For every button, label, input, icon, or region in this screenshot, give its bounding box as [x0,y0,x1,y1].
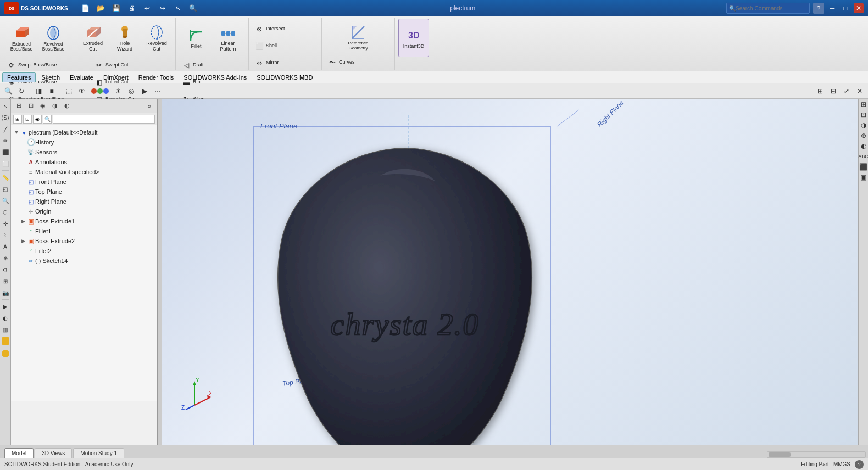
close-button[interactable]: ✕ [854,3,864,13]
measure-icon[interactable]: 📏 [1,172,10,182]
select-cmd-icon[interactable]: ↖ [1,101,10,111]
tab-model[interactable]: Model [4,448,34,458]
revolved-boss-button[interactable]: Revolved Boss/Base [38,19,69,57]
undo-button[interactable]: ↩ [141,2,153,14]
tool2-icon[interactable]: ! [1,336,10,346]
curves-button[interactable]: 〜 Curves [325,54,391,71]
tree-tab-appear[interactable]: ◐ [62,100,73,111]
search-cmd-icon[interactable]: 🔍 [1,195,10,205]
tree-item-origin[interactable]: ▶ ✛ Origin [11,206,157,216]
gear-icon[interactable]: ⚙ [1,265,10,275]
sketch-icon[interactable]: ✏ [1,136,10,146]
camera-icon[interactable]: 📷 [1,288,10,298]
instant3d-button[interactable]: 3D Instant3D [398,19,429,57]
redo-button[interactable]: ↪ [157,2,169,14]
open-button[interactable]: 📂 [95,2,107,14]
menu-features[interactable]: Features [2,72,36,82]
view-zoom-button[interactable]: 🔍 [2,85,14,97]
save-button[interactable]: 💾 [110,2,123,14]
tree-item-boss-extrude1[interactable]: ▶ ▣ Boss-Extrude1 [11,216,157,226]
mirror-button[interactable]: ⇔ Mirror [252,55,318,71]
linear-pattern-button[interactable]: Linear Pattern [213,19,243,57]
history-expander[interactable]: ▶ [20,139,26,145]
menu-addins[interactable]: SOLIDWORKS Add-Ins [179,73,251,82]
menu-sketch[interactable]: Sketch [37,73,64,82]
macro-icon[interactable]: ▶ [1,301,10,311]
reference-geometry-button[interactable]: Reference Geometry [343,21,374,53]
zoom-button[interactable]: 🔍 [187,2,199,14]
tree-tab-features[interactable]: ⊞ [13,100,24,111]
root-expander[interactable]: ▼ [13,130,20,135]
display-style-button[interactable]: ■ [46,85,58,97]
panel-left-button[interactable]: ⊞ [814,85,826,97]
section-icon[interactable]: ⬜ [1,159,10,169]
filter-icon[interactable]: ⬡ [1,207,10,217]
tool3-icon[interactable]: ! [1,349,10,359]
swept-cut-button[interactable]: ✂ Swept Cut [92,57,158,74]
tree-item-top-plane[interactable]: ▶ ◱ Top Plane [11,187,157,197]
task-pane-icon[interactable]: ⊞ [1,276,10,286]
section-view-button[interactable]: ◨ [32,85,44,97]
extrude-boss-button[interactable]: Extruded Boss/Base [6,19,37,57]
tree-item-front-plane[interactable]: ▶ ◱ Front Plane [11,177,157,187]
right-icon-1[interactable]: ⊞ [859,100,868,109]
tree-filter-input[interactable] [53,115,155,124]
tree-item-material[interactable]: ▶ ≡ Material <not specified> [11,167,157,177]
revolved-cut-button[interactable]: Revolved Cut [141,19,172,57]
move-icon[interactable]: ✛ [1,219,10,228]
draft-button[interactable]: ◁ Draft: [179,57,245,74]
menu-dimxpert[interactable]: DimXpert [99,73,133,82]
maximize-button[interactable]: □ [841,3,850,13]
scene2-icon[interactable]: ⊕ [1,253,10,263]
print-button[interactable]: 🖨 [126,2,138,14]
right-icon-7[interactable]: ⬛ [859,163,868,171]
realview-button[interactable]: ◎ [125,85,137,97]
panel-right-button[interactable]: ⊟ [827,85,839,97]
hole-wizard-button[interactable]: Hole Wizard [109,19,140,57]
hide-show-button[interactable]: 👁 [76,85,88,97]
right-icon-8[interactable]: ▣ [859,173,868,182]
right-icon-5[interactable]: ◐ [859,142,868,150]
featurescope-icon[interactable]: ◐ [1,313,10,323]
annotate-icon[interactable]: A [1,242,10,251]
menu-evaluate[interactable]: Evaluate [65,73,98,82]
menu-render-tools[interactable]: Render Tools [134,73,179,82]
right-icon-4[interactable]: ⊕ [859,131,868,140]
simulation-button[interactable]: ▶ [138,85,151,97]
menu-mbd[interactable]: SOLIDWORKS MBD [252,73,317,82]
tree-filter-icon[interactable]: ⊞ [13,115,22,124]
more-tools-button[interactable]: ⋯ [152,85,164,97]
viewport-maximize-button[interactable]: ⤢ [841,85,853,97]
minimize-button[interactable]: ─ [827,3,837,13]
tree-item-history[interactable]: ▶ 🕐 History [11,137,157,147]
tool1-icon[interactable]: ▥ [1,324,10,334]
swept-boss-button[interactable]: ⟳ Swept Boss/Base [4,57,70,74]
view3d-icon[interactable]: ⬛ [1,147,10,157]
tree-tab-display[interactable]: ◑ [49,100,60,111]
right-icon-2[interactable]: ⊡ [859,110,868,119]
help-button[interactable]: ? [813,3,824,14]
tree-search-icon[interactable]: 🔍 [43,115,52,124]
boss2-expander[interactable]: ▶ [20,238,26,244]
tree-tab-property[interactable]: ⊡ [25,100,36,111]
tree-item-annotations[interactable]: ▶ A Annotations [11,157,157,167]
tree-item-sensors[interactable]: ▶ 📡 Sensors [11,147,157,157]
tab-3dviews[interactable]: 3D Views [35,448,72,458]
tree-item-sketch14[interactable]: ▶ ✏ ( ) Sketch14 [11,256,157,266]
tree-more-button[interactable]: » [144,100,155,111]
select-button[interactable]: ↖ [172,2,184,14]
line-icon[interactable]: ╱ [1,124,10,134]
tree-filter2-icon[interactable]: ⊡ [23,115,32,124]
3d-viewport[interactable]: Front Plane Right Plane Top Plane [162,99,858,445]
search-input[interactable] [736,5,807,12]
viewport-close-button[interactable]: ✕ [854,85,866,97]
view-rotate-button[interactable]: ↻ [15,85,27,97]
boss1-expander[interactable]: ▶ [20,219,26,224]
view-orientation-button[interactable]: ⬚ [63,85,75,97]
appearance-button[interactable] [89,85,111,97]
tree-scrollbar[interactable] [767,451,866,458]
tree-item-boss-extrude2[interactable]: ▶ ▣ Boss-Extrude2 [11,236,157,246]
smart-dim-icon[interactable]: ⟨S⟩ [1,113,10,122]
tree-item-right-plane[interactable]: ▶ ◱ Right Plane [11,197,157,206]
tree-filter3-icon[interactable]: ◉ [33,115,42,124]
